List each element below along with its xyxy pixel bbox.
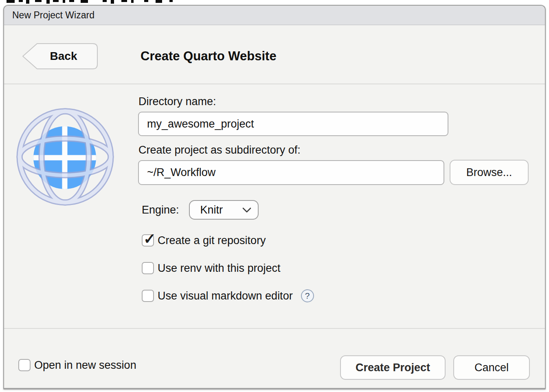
cancel-button[interactable]: Cancel: [453, 355, 530, 380]
background-artifact: [7, 0, 15, 3]
background-artifact: [103, 0, 107, 2]
open-session-checkbox[interactable]: ✓: [18, 359, 31, 371]
background-artifact: [35, 0, 42, 2]
git-repository-checkbox[interactable]: ✓: [142, 234, 154, 247]
renv-label: Use renv with this project: [158, 262, 281, 275]
window-title: New Project Wizard: [12, 10, 94, 21]
new-project-wizard-dialog: New Project Wizard Back Create Quarto We…: [3, 5, 546, 390]
git-repository-label: Create a git repository: [158, 234, 266, 247]
visual-markdown-row: ✓ Use visual markdown editor ?: [142, 289, 314, 302]
background-artifact: [53, 0, 59, 2]
background-artifact: [46, 0, 50, 4]
engine-row: Engine: Knitr: [142, 200, 259, 220]
directory-name-label: Directory name:: [138, 95, 216, 108]
background-artifact: [121, 0, 127, 2]
subdirectory-label: Create project as subdirectory of:: [138, 144, 301, 156]
background-artifact: [144, 0, 148, 2]
help-icon[interactable]: ?: [301, 289, 314, 302]
renv-row: ✓ Use renv with this project: [142, 262, 281, 275]
visual-markdown-label: Use visual markdown editor: [158, 290, 293, 302]
engine-label: Engine:: [142, 204, 179, 216]
renv-checkbox[interactable]: ✓: [142, 262, 154, 274]
background-artifact: [156, 0, 162, 3]
background-artifact: [169, 0, 173, 2]
chevron-down-icon: [242, 207, 251, 213]
footer-divider: [4, 328, 545, 329]
quarto-website-globe-icon: [15, 107, 115, 207]
background-artifact: [111, 0, 114, 4]
window-title-bar: New Project Wizard: [4, 6, 545, 25]
engine-selected-value: Knitr: [200, 204, 242, 216]
background-artifact: [19, 0, 23, 2]
header-divider: [4, 84, 545, 84]
browse-button[interactable]: Browse...: [450, 160, 529, 185]
background-artifact: [69, 0, 74, 2]
background-artifact: [131, 0, 134, 3]
back-button-label: Back: [22, 43, 98, 70]
git-repository-row: ✓ Create a git repository: [142, 234, 266, 247]
directory-name-input[interactable]: [138, 112, 448, 136]
engine-select[interactable]: Knitr: [189, 200, 259, 220]
background-artifact: [26, 0, 29, 4]
create-project-button[interactable]: Create Project: [340, 355, 446, 380]
background-artifact: [63, 0, 65, 3]
checkmark-icon: ✓: [143, 230, 156, 248]
background-artifact: [81, 0, 88, 3]
open-session-row: ✓ Open in new session: [18, 359, 136, 372]
subdirectory-input[interactable]: [138, 160, 444, 185]
open-session-label: Open in new session: [34, 359, 136, 372]
visual-markdown-checkbox[interactable]: ✓: [142, 290, 154, 302]
page-title: Create Quarto Website: [141, 43, 277, 70]
back-button[interactable]: Back: [22, 43, 98, 70]
